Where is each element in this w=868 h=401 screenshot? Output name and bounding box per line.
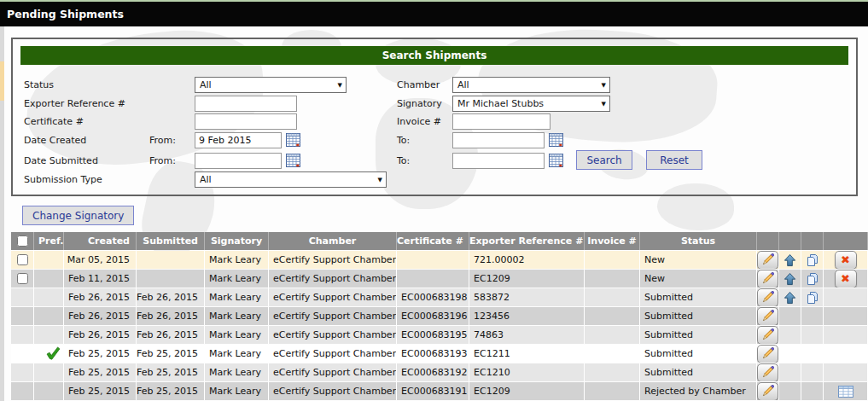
field-label-signatory: Signatory [397,98,442,109]
cell-created: Feb 25, 2015 [64,382,137,400]
calendar-icon[interactable] [549,133,563,147]
cell-action-1 [757,288,779,306]
cell-action-1 [757,307,779,325]
grid-icon[interactable] [838,386,853,398]
cell-exporter_ref: 721.00002 [469,251,585,269]
cell-invoice [585,251,640,269]
date-created-from-input[interactable] [195,132,282,148]
column-header-pref: Pref. [34,232,64,250]
select-all-checkbox[interactable] [17,235,28,247]
field-label-exporter-reference: Exporter Reference # [24,98,125,109]
cell-pref [34,382,64,400]
cell-signatory: Mark Leary [205,307,269,325]
signatory-select-value: Mr Michael Stubbs [457,98,544,109]
cell-status: Submitted [640,326,757,344]
edit-button[interactable] [757,326,778,344]
column-header-invoice: Invoice # [585,232,640,250]
reset-button[interactable]: Reset [646,150,702,170]
calendar-icon[interactable] [549,154,563,167]
cell-action-4 [824,382,868,400]
dropdown-arrow-icon: ▼ [602,101,606,108]
table-row: Feb 25, 2015Feb 25, 2015Mark LearyeCerti… [11,363,868,381]
cell-action-4: ✖ [824,251,868,269]
calendar-icon[interactable] [286,154,300,167]
cell-pref [34,363,64,381]
cell-pref [34,288,64,306]
cell-action-1 [757,270,779,288]
field-prefix-date-created-from: From: [149,135,176,146]
cell-exporter_ref: EC1209 [469,382,585,400]
column-header-action-1 [757,232,779,250]
table-row: Feb 26, 2015Feb 26, 2015Mark LearyeCerti… [11,288,868,306]
chamber-select-value: All [457,79,469,90]
cell-submitted: Feb 25, 2015 [137,345,205,363]
cell-invoice [585,288,640,306]
signatory-select[interactable]: Mr Michael Stubbs▼ [452,96,610,112]
cell-invoice [585,345,640,363]
cell-status: Submitted [640,363,757,381]
cell-select [11,382,34,400]
cell-select [11,251,34,269]
cell-chamber: eCertify Support Chamber [269,382,397,400]
chamber-select[interactable]: All▼ [452,77,610,93]
date-submitted-to-input[interactable] [452,153,545,169]
submission-type-select[interactable]: All▼ [195,171,387,188]
cell-chamber: eCertify Support Chamber [269,326,397,344]
row-checkbox[interactable] [17,254,28,265]
cell-invoice [585,326,640,344]
cell-pref [34,270,64,288]
dropdown-arrow-icon: ▼ [602,82,606,89]
cell-certificate: EC000683196 [397,307,469,325]
cell-certificate: EC000683193 [397,345,469,363]
cell-action-2 [779,251,801,269]
delete-button[interactable]: ✖ [835,270,857,288]
cell-submitted [137,251,205,269]
edit-button[interactable] [757,363,778,381]
edit-button[interactable] [757,382,778,400]
field-row-certificate: Certificate # [24,113,323,131]
copy-icon[interactable] [806,291,819,305]
submit-icon[interactable] [784,253,796,267]
certificate-input[interactable] [195,113,297,130]
search-button[interactable]: Search [576,150,632,170]
edit-button[interactable] [757,345,778,363]
cell-action-2 [779,288,801,306]
page-titlebar: Pending Shipments [0,2,868,26]
date-submitted-from-input[interactable] [195,153,282,169]
copy-icon[interactable] [806,253,819,267]
cell-action-4 [824,363,868,381]
submit-icon[interactable] [784,272,796,286]
date-created-to-input[interactable] [452,132,545,148]
row-checkbox[interactable] [17,273,28,284]
calendar-icon[interactable] [286,133,300,147]
copy-icon[interactable] [806,272,819,286]
left-edge-strip [0,26,4,401]
edit-button[interactable] [757,251,778,269]
delete-x-icon: ✖ [841,273,850,284]
submit-icon[interactable] [784,291,796,305]
dropdown-arrow-icon: ▼ [378,177,382,183]
edit-button[interactable] [757,307,778,325]
edit-button[interactable] [757,270,778,288]
change-signatory-button[interactable]: Change Signatory [22,206,134,225]
delete-button[interactable]: ✖ [835,251,857,269]
status-select[interactable]: All▼ [195,77,347,93]
field-row-exporter-reference: Exporter Reference # [24,96,323,113]
cell-select [11,326,34,344]
delete-x-icon: ✖ [841,254,850,265]
table-row: Feb 11, 2015Mark LearyeCertify Support C… [11,270,868,288]
cell-action-3 [801,307,824,325]
cell-status: Submitted [640,288,757,306]
cell-chamber: eCertify Support Chamber [269,288,397,306]
column-header-status: Status [640,232,757,250]
cell-certificate: EC000683191 [397,382,469,400]
table-row: Mar 05, 2015Mark LearyeCertify Support C… [11,251,868,269]
cell-signatory: Mark Leary [205,251,269,269]
exporter-reference-input[interactable] [195,96,297,112]
edit-button[interactable] [757,288,778,306]
cell-chamber: eCertify Support Chamber [269,345,397,363]
cell-action-3 [801,251,824,269]
invoice-input[interactable] [452,113,551,130]
cell-exporter_ref: EC1211 [469,345,585,363]
cell-action-3 [801,270,824,288]
